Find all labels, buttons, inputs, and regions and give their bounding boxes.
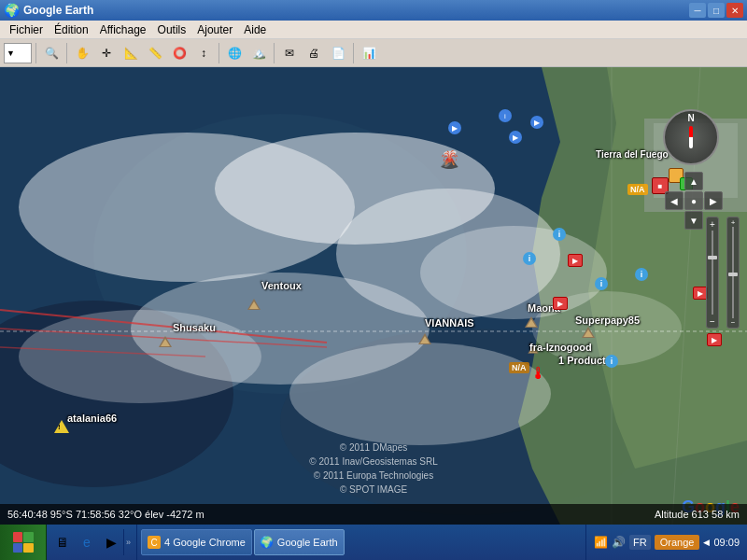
menu-edition[interactable]: Édition bbox=[49, 21, 94, 38]
toolbar-circle-btn[interactable]: ⭕ bbox=[168, 42, 190, 64]
ql-show-desktop[interactable]: 🖥 bbox=[51, 531, 74, 553]
toolbar-search-btn[interactable]: 🔍 bbox=[40, 42, 63, 64]
language-indicator[interactable]: FR bbox=[629, 535, 651, 550]
toolbar-print-btn[interactable]: 🖨 bbox=[303, 42, 325, 64]
zoom-track bbox=[712, 231, 713, 315]
title-bar-left: 🌍 Google Earth bbox=[4, 3, 93, 18]
pan-down-button[interactable]: ▼ bbox=[684, 211, 703, 230]
toolbar-separator-4 bbox=[274, 43, 275, 63]
map-icon-red-1[interactable]: ▶ bbox=[553, 297, 568, 310]
compass-north: N bbox=[687, 113, 694, 123]
chrome-icon: C bbox=[148, 536, 161, 549]
menu-bar: Fichier Édition Affichage Outils Ajouter… bbox=[0, 21, 747, 39]
label-viannais: VIANNAIS bbox=[425, 317, 474, 329]
toolbar-layers-btn[interactable]: 🌐 bbox=[223, 42, 246, 64]
quick-launch: 🖥 e ▶ » bbox=[47, 525, 137, 560]
map-attribution: © 2011 DMapes © 2011 Inav/Geosistemas SR… bbox=[309, 441, 437, 497]
menu-fichier[interactable]: Fichier bbox=[4, 21, 49, 38]
system-tray: 📶 🔊 FR Orange ◀ 09:09 bbox=[585, 525, 747, 560]
label-fra-iznogood: fra-Iznogood bbox=[529, 342, 592, 353]
menu-ajouter[interactable]: Ajouter bbox=[191, 21, 238, 38]
toolbar-email-btn[interactable]: ✉ bbox=[278, 42, 301, 64]
title-bar-title: Google Earth bbox=[23, 4, 93, 17]
label-ventoux: Ventoux bbox=[261, 280, 302, 291]
tray-sound-icon[interactable]: 🔊 bbox=[612, 536, 626, 549]
na-badge-2: N/A bbox=[509, 362, 529, 373]
ql-arrow[interactable]: » bbox=[124, 538, 133, 547]
toolbar-separator-3 bbox=[218, 43, 219, 63]
menu-aide[interactable]: Aide bbox=[238, 21, 272, 38]
compass-needle bbox=[689, 126, 693, 148]
toolbar-arrow-btn[interactable]: ↕ bbox=[192, 42, 215, 64]
taskbar-item-chrome-label: 4 Google Chrome bbox=[164, 537, 246, 548]
toolbar-separator-5 bbox=[353, 43, 354, 63]
win-logo-yellow bbox=[23, 543, 34, 553]
system-clock[interactable]: 09:09 bbox=[713, 536, 740, 549]
volcano-icon: 🌋 bbox=[439, 149, 459, 170]
map-icon-blue-2[interactable]: ▶ bbox=[509, 131, 522, 144]
toolbar-measure-btn[interactable]: 📏 bbox=[144, 42, 166, 64]
thermometer-icon: 🌡 bbox=[530, 364, 547, 384]
map-icon-blue-4[interactable]: i bbox=[499, 109, 512, 122]
tilt-slider: + − bbox=[726, 217, 740, 329]
maximize-button[interactable]: □ bbox=[708, 3, 725, 18]
zoom-slider: + − bbox=[706, 217, 719, 329]
network-provider[interactable]: Orange bbox=[655, 535, 700, 550]
toolbar-bar-btn[interactable]: 📊 bbox=[358, 42, 380, 64]
coordinates-bar: 56:40:48 95°S 71:58:56 32°O élev -4272 m… bbox=[0, 504, 747, 525]
win-logo-blue bbox=[13, 543, 23, 553]
pan-left-button[interactable]: ◀ bbox=[665, 191, 684, 210]
map-icon-info-2[interactable]: i bbox=[553, 228, 566, 241]
tray-network-icon[interactable]: 📶 bbox=[594, 536, 608, 549]
label-superpapy85: Superpapy85 bbox=[575, 315, 640, 326]
map-icon-info-3[interactable]: i bbox=[595, 277, 608, 290]
windows-logo bbox=[9, 528, 37, 556]
label-1product: 1 Product bbox=[558, 355, 606, 366]
ql-wmp[interactable]: ▶ bbox=[100, 531, 122, 553]
zoom-in-button[interactable]: + bbox=[706, 217, 719, 231]
zoom-out-button[interactable]: − bbox=[706, 315, 719, 328]
menu-affichage[interactable]: Affichage bbox=[94, 21, 152, 38]
pan-right-button[interactable]: ▶ bbox=[704, 191, 723, 210]
close-button[interactable]: ✕ bbox=[726, 3, 743, 18]
title-bar: 🌍 Google Earth ─ □ ✕ bbox=[0, 0, 747, 21]
map-icon-red-4[interactable]: ▶ bbox=[707, 333, 722, 346]
tilt-up-button[interactable]: + bbox=[731, 218, 736, 227]
pan-center-button[interactable]: ● bbox=[684, 191, 703, 210]
taskbar-item-earth[interactable]: 🌍 Google Earth bbox=[254, 529, 345, 555]
earth-icon: 🌍 bbox=[261, 536, 274, 549]
toolbar-crosshair-btn[interactable]: ✛ bbox=[95, 42, 118, 64]
toolbar-dropdown[interactable]: ▼ bbox=[4, 43, 32, 63]
taskbar-item-chrome[interactable]: C 4 Google Chrome bbox=[141, 529, 252, 555]
map-icon-info-1[interactable]: i bbox=[523, 252, 536, 265]
minimize-button[interactable]: ─ bbox=[689, 3, 706, 18]
map-area[interactable]: Ventoux Shusaku VIANNAIS Maona Superpapy… bbox=[0, 67, 747, 525]
menu-outils[interactable]: Outils bbox=[152, 21, 192, 38]
toolbar-path-btn[interactable]: 📐 bbox=[120, 42, 142, 64]
tilt-track bbox=[732, 227, 734, 318]
label-atalania66: atalania66 bbox=[67, 413, 117, 424]
app-icon: 🌍 bbox=[4, 3, 20, 18]
taskbar-item-earth-label: Google Earth bbox=[277, 537, 338, 548]
coordinates-text: 56:40:48 95°S 71:58:56 32°O élev -4272 m bbox=[7, 509, 204, 520]
toolbar-hand-btn[interactable]: ✋ bbox=[71, 42, 93, 64]
label-shusaku: Shusaku bbox=[173, 322, 216, 333]
title-bar-controls: ─ □ ✕ bbox=[689, 3, 743, 18]
map-icon-info-4[interactable]: i bbox=[635, 268, 648, 281]
pan-up-button[interactable]: ▲ bbox=[684, 172, 703, 190]
win-logo-green bbox=[23, 532, 34, 542]
zoom-thumb[interactable] bbox=[708, 256, 717, 259]
toolbar-kml-btn[interactable]: 📄 bbox=[327, 42, 349, 64]
ql-ie[interactable]: e bbox=[76, 531, 98, 553]
tilt-thumb[interactable] bbox=[728, 273, 738, 276]
tilt-down-button[interactable]: − bbox=[731, 318, 736, 327]
toolbar-separator-1 bbox=[35, 43, 36, 63]
tray-arrow-icon[interactable]: ◀ bbox=[703, 538, 710, 547]
compass-ring[interactable]: N bbox=[663, 109, 719, 165]
map-icon-info-5[interactable]: i bbox=[605, 355, 618, 368]
map-icon-blue-3[interactable]: ▶ bbox=[530, 116, 543, 129]
toolbar-photo-btn[interactable]: 🏔️ bbox=[247, 42, 270, 64]
map-icon-red-2[interactable]: ▶ bbox=[568, 254, 583, 267]
start-button[interactable] bbox=[0, 525, 47, 560]
map-icon-blue-1[interactable]: ▶ bbox=[448, 121, 461, 134]
